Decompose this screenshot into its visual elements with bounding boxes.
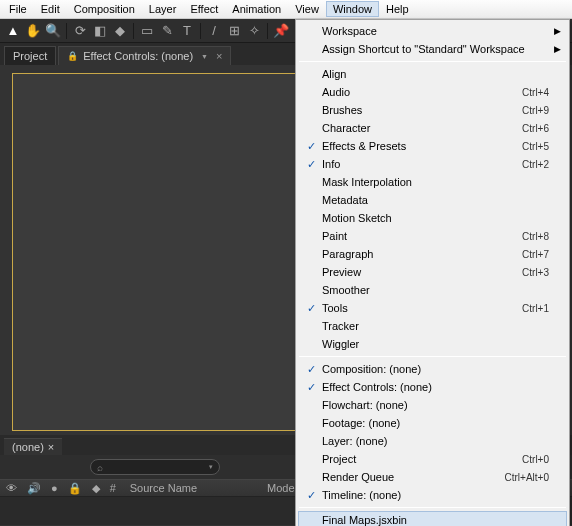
menu-item-shortcut: Ctrl+8 xyxy=(522,231,549,242)
tab-effect-controls[interactable]: 🔒 Effect Controls: (none) ▼ × xyxy=(58,46,231,65)
menu-item-shortcut: Ctrl+3 xyxy=(522,267,549,278)
menu-item[interactable]: ✓ToolsCtrl+1 xyxy=(298,299,567,317)
window-menu-dropdown: Workspace▶Assign Shortcut to "Standard" … xyxy=(295,19,570,526)
menu-layer[interactable]: Layer xyxy=(142,1,184,17)
menu-item-label: Final Maps.jsxbin xyxy=(320,514,549,526)
stamp-tool-icon[interactable]: ⊞ xyxy=(225,22,243,40)
menu-item-label: Layer: (none) xyxy=(320,435,549,447)
tab-label: Effect Controls: (none) xyxy=(83,50,193,62)
menu-item[interactable]: PaintCtrl+8 xyxy=(298,227,567,245)
menu-view[interactable]: View xyxy=(288,1,326,17)
toolbar-separator xyxy=(267,23,268,39)
menu-help[interactable]: Help xyxy=(379,1,416,17)
search-icon: ⌕ xyxy=(97,462,103,473)
menu-item[interactable]: Tracker xyxy=(298,317,567,335)
menu-separator xyxy=(299,507,566,508)
toolbar-separator xyxy=(133,23,134,39)
menu-item[interactable]: AudioCtrl+4 xyxy=(298,83,567,101)
solo-icon[interactable]: ● xyxy=(51,482,58,494)
menu-item[interactable]: Wiggler xyxy=(298,335,567,353)
menu-item[interactable]: Flowchart: (none) xyxy=(298,396,567,414)
text-tool-icon[interactable]: T xyxy=(178,22,196,40)
menu-item-label: Character xyxy=(320,122,522,134)
tab-project[interactable]: Project xyxy=(4,46,56,65)
check-icon: ✓ xyxy=(302,140,320,153)
menu-window[interactable]: Window xyxy=(326,1,379,17)
camera-tool-icon[interactable]: ◧ xyxy=(91,22,109,40)
menu-item-shortcut: Ctrl+7 xyxy=(522,249,549,260)
menu-item[interactable]: Footage: (none) xyxy=(298,414,567,432)
col-number: # xyxy=(110,482,116,494)
close-icon[interactable]: × xyxy=(48,441,54,453)
tab-label: Project xyxy=(13,50,47,62)
menu-item[interactable]: Render QueueCtrl+Alt+0 xyxy=(298,468,567,486)
menu-item[interactable]: PreviewCtrl+3 xyxy=(298,263,567,281)
menu-item-label: Composition: (none) xyxy=(320,363,549,375)
menu-composition[interactable]: Composition xyxy=(67,1,142,17)
eraser-tool-icon[interactable]: ✧ xyxy=(245,22,263,40)
lock-icon[interactable]: 🔒 xyxy=(68,482,82,495)
menu-item[interactable]: ProjectCtrl+0 xyxy=(298,450,567,468)
menu-edit[interactable]: Edit xyxy=(34,1,67,17)
menu-item-label: Tracker xyxy=(320,320,549,332)
menu-item[interactable]: ✓InfoCtrl+2 xyxy=(298,155,567,173)
check-icon: ✓ xyxy=(302,302,320,315)
rect-tool-icon[interactable]: ▭ xyxy=(138,22,156,40)
menu-item[interactable]: Smoother xyxy=(298,281,567,299)
menu-item[interactable]: Final Maps.jsxbin xyxy=(298,511,567,526)
menu-item[interactable]: ✓Effects & PresetsCtrl+5 xyxy=(298,137,567,155)
brush-tool-icon[interactable]: / xyxy=(205,22,223,40)
menu-effect[interactable]: Effect xyxy=(183,1,225,17)
rotate-tool-icon[interactable]: ⟳ xyxy=(71,22,89,40)
menu-item[interactable]: Layer: (none) xyxy=(298,432,567,450)
menu-item[interactable]: ParagraphCtrl+7 xyxy=(298,245,567,263)
tab-timeline-none[interactable]: (none) × xyxy=(4,438,62,455)
close-icon[interactable]: × xyxy=(216,50,222,62)
selection-tool-icon[interactable]: ▲ xyxy=(4,22,22,40)
pen-tool-icon[interactable]: ✎ xyxy=(158,22,176,40)
col-source-name[interactable]: Source Name xyxy=(130,482,197,494)
menu-item[interactable]: Assign Shortcut to "Standard" Workspace▶ xyxy=(298,40,567,58)
hand-tool-icon[interactable]: ✋ xyxy=(24,22,42,40)
menu-item-label: Assign Shortcut to "Standard" Workspace xyxy=(320,43,549,55)
menu-item-shortcut: Ctrl+0 xyxy=(522,454,549,465)
menu-item[interactable]: CharacterCtrl+6 xyxy=(298,119,567,137)
menu-item-shortcut: Ctrl+6 xyxy=(522,123,549,134)
menu-item[interactable]: Motion Sketch xyxy=(298,209,567,227)
menu-item-label: Preview xyxy=(320,266,522,278)
menu-animation[interactable]: Animation xyxy=(225,1,288,17)
menu-item[interactable]: ✓Composition: (none) xyxy=(298,360,567,378)
menu-item-label: Align xyxy=(320,68,549,80)
eye-icon[interactable]: 👁 xyxy=(6,482,17,494)
menu-item[interactable]: BrushesCtrl+9 xyxy=(298,101,567,119)
menu-item[interactable]: ✓Effect Controls: (none) xyxy=(298,378,567,396)
tab-label: (none) xyxy=(12,441,44,453)
menu-item-shortcut: Ctrl+9 xyxy=(522,105,549,116)
menu-item-label: Info xyxy=(320,158,522,170)
toolbar-separator xyxy=(200,23,201,39)
lock-icon: 🔒 xyxy=(67,51,78,61)
check-icon: ✓ xyxy=(302,381,320,394)
search-input[interactable]: ⌕ ▾ xyxy=(90,459,220,475)
menu-item[interactable]: Mask Interpolation xyxy=(298,173,567,191)
col-mode[interactable]: Mode xyxy=(267,482,295,494)
chevron-down-icon[interactable]: ▼ xyxy=(201,53,208,60)
menu-item[interactable]: Workspace▶ xyxy=(298,22,567,40)
zoom-tool-icon[interactable]: 🔍 xyxy=(44,22,62,40)
menu-separator xyxy=(299,356,566,357)
menu-item[interactable]: Align xyxy=(298,65,567,83)
menu-item-label: Effect Controls: (none) xyxy=(320,381,549,393)
menu-item[interactable]: Metadata xyxy=(298,191,567,209)
label-icon[interactable]: ◆ xyxy=(92,482,100,495)
anchor-tool-icon[interactable]: ◆ xyxy=(111,22,129,40)
chevron-down-icon[interactable]: ▾ xyxy=(209,463,213,471)
menu-item[interactable]: ✓Timeline: (none) xyxy=(298,486,567,504)
menu-file[interactable]: File xyxy=(2,1,34,17)
speaker-icon[interactable]: 🔊 xyxy=(27,482,41,495)
menu-item-label: Metadata xyxy=(320,194,549,206)
submenu-arrow-icon: ▶ xyxy=(554,26,561,36)
pin-tool-icon[interactable]: 📌 xyxy=(272,22,290,40)
menu-item-label: Brushes xyxy=(320,104,522,116)
menubar: FileEditCompositionLayerEffectAnimationV… xyxy=(0,0,572,19)
check-icon: ✓ xyxy=(302,363,320,376)
